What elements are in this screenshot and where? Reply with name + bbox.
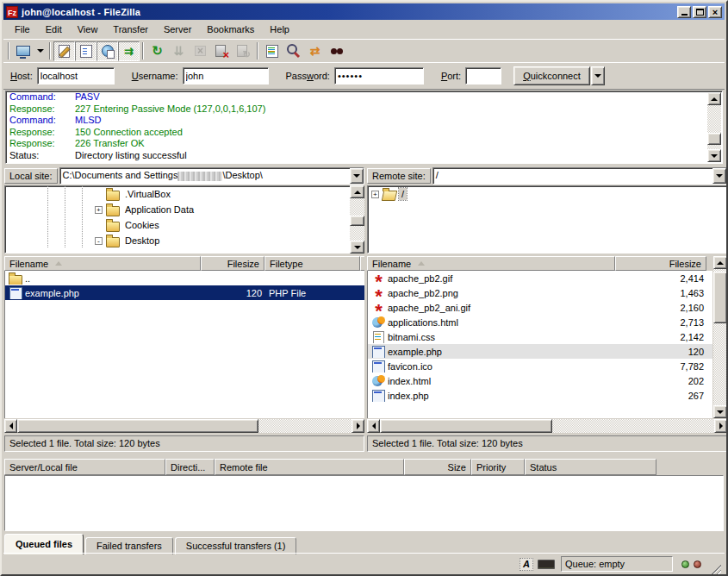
toolbar-toggle-local-tree[interactable]	[75, 41, 96, 61]
column-header[interactable]: Priority	[471, 459, 525, 475]
scrollbar-thumb[interactable]	[380, 419, 552, 433]
menu-item-bookmarks[interactable]: Bookmarks	[199, 22, 262, 37]
scrollbar-thumb[interactable]	[350, 216, 364, 226]
scrollbar-thumb[interactable]	[17, 419, 258, 433]
remote-directory-tree: + /	[367, 185, 727, 254]
port-label: Port:	[441, 71, 461, 81]
resize-grip[interactable]	[709, 562, 721, 574]
tree-item[interactable]: - Desktop	[5, 233, 364, 248]
toolbar-site-manager-dropdown[interactable]	[34, 41, 47, 61]
message-log-scrollbar[interactable]	[707, 92, 721, 162]
local-horizontal-scrollbar[interactable]	[4, 419, 364, 433]
scroll-down-button[interactable]	[707, 149, 721, 162]
scroll-up-button[interactable]	[713, 256, 727, 269]
password-input[interactable]	[334, 67, 424, 85]
tree-expander[interactable]: -	[95, 237, 103, 245]
tree-expander[interactable]: +	[95, 206, 103, 214]
scroll-down-button[interactable]	[350, 241, 364, 254]
column-header[interactable]: Remote file	[215, 459, 404, 475]
quickconnect-button[interactable]: Quickconnect	[513, 66, 590, 85]
column-header[interactable]: Size	[404, 459, 471, 475]
remote-site-dropdown-button[interactable]	[712, 168, 726, 184]
local-site-dropdown-button[interactable]	[350, 168, 364, 184]
tab-failed-transfers[interactable]: Failed transfers	[85, 537, 173, 554]
toolbar-site-manager[interactable]	[12, 41, 34, 61]
file-row[interactable]: index.html 202	[368, 373, 712, 388]
maximize-button[interactable]	[693, 6, 706, 18]
tree-item[interactable]: + /	[368, 186, 726, 202]
port-input[interactable]	[465, 67, 501, 85]
triangle-up-icon	[717, 261, 724, 265]
file-row[interactable]: apache_pb2.png 1,463	[368, 285, 712, 300]
scroll-left-button[interactable]	[367, 419, 380, 433]
file-row[interactable]: apache_pb2.gif 2,414	[368, 271, 712, 285]
toggle-local-tree-icon	[78, 44, 93, 59]
folder-icon	[106, 188, 121, 200]
column-header[interactable]: Server/Local file	[4, 459, 165, 475]
column-header[interactable]: Filesize	[615, 256, 706, 271]
reconnect-icon	[236, 44, 251, 59]
queue-body[interactable]	[4, 475, 724, 531]
menu-item-transfer[interactable]: Transfer	[105, 22, 156, 37]
scrollbar-thumb[interactable]	[713, 272, 727, 323]
toolbar-process-queue[interactable]	[168, 41, 190, 61]
menu-item-file[interactable]: File	[7, 22, 38, 37]
scroll-right-button[interactable]	[352, 419, 364, 433]
toolbar-refresh[interactable]	[146, 41, 168, 61]
toolbar-directory-comparison[interactable]	[283, 41, 304, 61]
toolbar-filter[interactable]	[261, 41, 283, 61]
remote-horizontal-scrollbar[interactable]	[367, 419, 727, 433]
minimize-icon	[681, 14, 688, 16]
toolbar-disconnect[interactable]	[211, 41, 233, 61]
tab-queued-files[interactable]: Queued files	[4, 534, 84, 554]
column-header[interactable]: Directi...	[165, 459, 215, 475]
column-header[interactable]: Filename	[4, 256, 201, 271]
toolbar-cancel[interactable]	[190, 41, 211, 61]
menu-item-edit[interactable]: Edit	[38, 22, 70, 37]
scrollbar-thumb[interactable]	[707, 133, 721, 145]
local-tree-scrollbar[interactable]	[350, 185, 364, 254]
column-header[interactable]: Filesize	[201, 256, 264, 271]
remote-site-combobox[interactable]: /	[432, 167, 727, 185]
minimize-button[interactable]	[677, 6, 691, 18]
toolbar-reconnect[interactable]	[233, 41, 254, 61]
tree-item[interactable]: + Application Data	[5, 202, 364, 217]
tree-expander[interactable]: +	[371, 191, 379, 198]
filter-icon	[264, 44, 279, 59]
close-button[interactable]: ×	[708, 6, 722, 18]
queue-tabs: Queued filesFailed transfersSuccessful t…	[4, 533, 724, 554]
scroll-right-button[interactable]	[714, 419, 727, 433]
tab-successful-transfers-1[interactable]: Successful transfers (1)	[175, 537, 297, 554]
local-site-combobox[interactable]: C:\Documents and Settings\Desktop\	[59, 167, 364, 185]
menu-item-server[interactable]: Server	[156, 22, 199, 37]
quickconnect-dropdown-button[interactable]	[591, 66, 605, 85]
menu-item-help[interactable]: Help	[262, 22, 297, 37]
toolbar-synchronized-browsing[interactable]	[304, 41, 326, 61]
scroll-down-button[interactable]	[713, 405, 727, 418]
toolbar-toggle-remote-tree[interactable]	[96, 41, 118, 61]
scroll-left-button[interactable]	[4, 419, 17, 433]
file-row[interactable]: index.php 267	[368, 388, 712, 403]
column-header[interactable]: Status	[525, 459, 656, 475]
file-row[interactable]: bitnami.css 2,142	[368, 329, 712, 344]
username-input[interactable]	[183, 67, 269, 85]
toolbar-toggle-transfer-queue[interactable]	[118, 41, 140, 61]
host-input[interactable]	[37, 67, 115, 85]
file-row[interactable]: favicon.ico 7,782	[368, 359, 712, 373]
file-row[interactable]: example.php 120	[368, 344, 712, 359]
remote-list-scrollbar[interactable]	[712, 256, 727, 418]
file-row[interactable]: apache_pb2_ani.gif 2,160	[368, 300, 712, 315]
tree-item[interactable]: Cookies	[5, 217, 364, 233]
file-row[interactable]: example.php 120 PHP File 1	[5, 285, 364, 300]
file-row[interactable]: ..	[5, 271, 364, 285]
column-header[interactable]: Filename	[367, 256, 615, 271]
menu-item-view[interactable]: View	[70, 22, 106, 37]
file-row[interactable]: applications.html 2,713	[368, 315, 712, 329]
toolbar-find-files[interactable]	[326, 41, 347, 61]
toolbar-toggle-message-log[interactable]	[53, 41, 75, 61]
tree-item[interactable]: .VirtualBox	[5, 186, 364, 202]
scroll-up-button[interactable]	[707, 92, 721, 105]
column-header[interactable]: Filetype	[264, 256, 360, 271]
column-header[interactable]: Last modified	[360, 256, 364, 271]
scroll-up-button[interactable]	[350, 185, 364, 198]
